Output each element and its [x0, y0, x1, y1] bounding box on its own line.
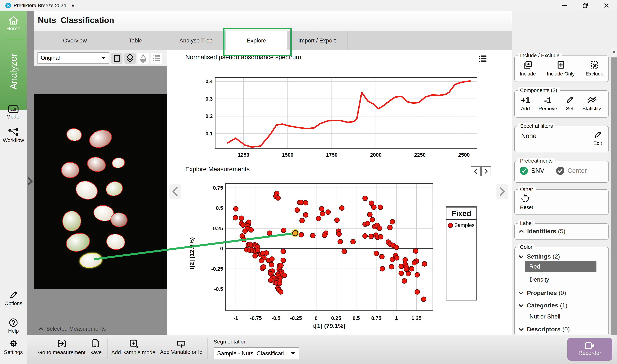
reset-icon [521, 194, 530, 203]
spectrum-list-button[interactable] [478, 55, 487, 63]
selected-nut-blob[interactable] [79, 251, 103, 269]
page-left-button[interactable] [169, 184, 181, 199]
view-mode-select[interactable]: Original [38, 52, 109, 64]
tab-analyse-tree[interactable]: Analyse Tree [166, 31, 227, 50]
tab-explore[interactable]: Explore [226, 31, 287, 50]
sidebar-item-options[interactable]: Options [0, 290, 27, 306]
chevron-down-icon [518, 255, 524, 258]
chevron-up-icon [38, 327, 44, 331]
pretreatment-snv-toggle[interactable]: SNV [520, 167, 544, 175]
layers-tool-button[interactable] [124, 53, 136, 64]
tab-import-export[interactable]: Import / Export [287, 31, 348, 50]
nut-blob[interactable] [104, 180, 124, 198]
other-title: Other [518, 186, 536, 192]
edit-spectral-filters-button[interactable]: Edit [593, 131, 602, 146]
pencil-icon [9, 290, 18, 300]
density-tool-button[interactable] [137, 53, 149, 64]
dropdown-arrow-icon [101, 56, 106, 60]
options-label: Options [0, 300, 27, 306]
nut-blob[interactable] [87, 127, 114, 151]
color-settings-row[interactable]: Settings (2) [518, 253, 560, 260]
page-right-button[interactable] [496, 184, 508, 199]
sidebar-item-home[interactable]: Home [0, 15, 27, 32]
segmentation-select[interactable]: Sample - Nuts_Classificati.. [214, 347, 299, 359]
dropdown-arrow-icon [290, 351, 295, 355]
sidebar-item-help[interactable]: Help [0, 318, 27, 334]
nut-blob[interactable] [64, 230, 92, 254]
statistics-button[interactable]: Statistics [582, 96, 602, 112]
home-icon [8, 15, 19, 25]
scrollbar-thumb[interactable] [611, 57, 617, 347]
nut-blob[interactable] [111, 156, 126, 169]
snv-check-icon [520, 167, 528, 175]
rect-select-tool-button[interactable] [111, 53, 122, 64]
legend-entry-label: Samples [454, 222, 474, 228]
model-label: Model [0, 114, 27, 120]
set-components-button[interactable]: Set [565, 96, 574, 112]
restore-button[interactable] [580, 1, 591, 10]
nut-blob[interactable] [73, 178, 100, 203]
include-only-icon [556, 60, 565, 70]
close-button[interactable] [601, 1, 612, 10]
add-sample-model-button[interactable]: Add Sample model [112, 339, 155, 355]
sidebar-item-settings[interactable]: Settings [0, 339, 27, 355]
sidebar-divider-2 [3, 311, 24, 311]
selected-measurements-toggle[interactable]: Selected Measurements [34, 323, 167, 335]
pretreatment-center-toggle[interactable]: Center [556, 167, 587, 175]
sidebar-item-workflow[interactable]: Workflow [0, 128, 27, 143]
sidebar-divider [4, 39, 23, 40]
recorder-button[interactable]: Recorder [567, 338, 612, 361]
layers-icon [126, 54, 134, 63]
nut-blob[interactable] [85, 155, 107, 174]
scatter-title: Explore Measurements [185, 166, 250, 173]
chevron-left-icon [474, 169, 478, 174]
scroll-up-arrow[interactable] [612, 50, 616, 53]
color-categories-row[interactable]: Categories (1) [518, 302, 567, 309]
legend-title: Fixed [446, 209, 476, 218]
expand-panel-button[interactable] [27, 176, 34, 186]
spectrum-title: Normalised pseudo absorbance spectrum [185, 53, 301, 61]
chevron-up-icon [519, 230, 524, 233]
tab-overview[interactable]: Overview [45, 31, 105, 50]
scatter-next-button[interactable] [481, 166, 491, 176]
color-section-title: Color [518, 244, 535, 250]
reset-button[interactable]: Reset [515, 192, 608, 210]
minus-one-glyph: -1 [544, 96, 551, 104]
add-variable-or-id-button[interactable]: Add Variable or Id [159, 339, 204, 355]
snv-label: SNV [531, 167, 544, 174]
color-category-nut-or-shell[interactable]: Nut or Shell [529, 313, 560, 320]
nut-blob[interactable] [61, 162, 79, 178]
save-button[interactable]: Save [88, 339, 103, 355]
color-descriptors-row[interactable]: Descriptors (0) [518, 326, 570, 333]
add-component-button[interactable]: +1 Add [521, 96, 530, 112]
list-tool-button[interactable] [151, 53, 162, 64]
legend-entry-samples[interactable]: Samples [448, 222, 476, 228]
save-icon [92, 339, 100, 348]
tab-table[interactable]: Table [105, 31, 166, 50]
color-setting-red[interactable]: Red [525, 261, 596, 272]
nut-blob[interactable] [65, 127, 83, 143]
include-only-button[interactable]: Include Only [547, 60, 575, 77]
list-icon [152, 55, 160, 62]
include-button[interactable]: Include [520, 60, 536, 77]
workflow-label: Workflow [0, 137, 27, 143]
exclude-button[interactable]: Exclude [586, 60, 604, 77]
nut-segmentation-image[interactable] [34, 94, 167, 289]
identifiers-row[interactable]: Identifiers (5) [515, 226, 608, 235]
remove-component-button[interactable]: -1 Remove [538, 96, 557, 112]
scatter-prev-button[interactable] [471, 166, 481, 176]
color-properties-row[interactable]: Properties (0) [518, 289, 566, 296]
go-to-measurement-button[interactable]: Go to measurement [39, 339, 85, 355]
close-icon [604, 2, 609, 9]
chevron-right-icon [27, 177, 33, 186]
view-mode-value: Original [41, 55, 60, 61]
sidebar-item-model[interactable]: Model [0, 105, 27, 120]
components-section: Components (2) +1 Add -1 Remove Set [514, 87, 609, 117]
nut-blob[interactable] [105, 232, 126, 251]
minimize-button[interactable] [559, 1, 570, 10]
color-setting-density[interactable]: Density [529, 276, 549, 283]
panel-gutter [27, 11, 34, 335]
help-label: Help [0, 328, 27, 334]
center-label: Center [567, 167, 587, 174]
nut-blob[interactable] [62, 211, 81, 232]
